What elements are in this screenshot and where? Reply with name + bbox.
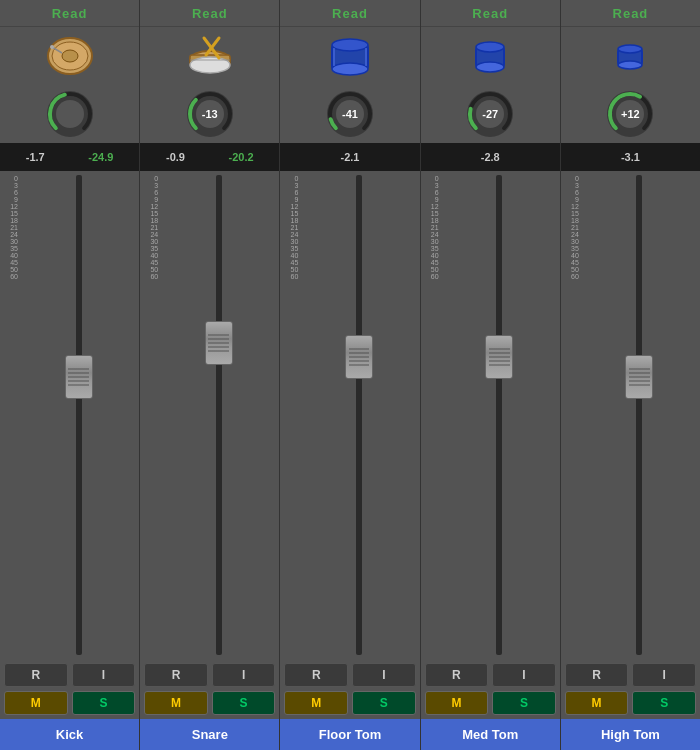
solo-button-high-tom[interactable]: S	[632, 691, 696, 715]
solo-button-med-tom[interactable]: S	[492, 691, 556, 715]
channel-med-tom: Read -27 -2.8 03691215182124303540455060…	[421, 0, 561, 750]
channel-name-med-tom: Med Tom	[421, 719, 560, 750]
r-button-floor-tom[interactable]: R	[284, 663, 348, 687]
svg-point-16	[332, 39, 368, 51]
fader-scale-high-tom: 03691215182124303540455060	[563, 175, 581, 655]
ri-area-snare: R I	[140, 659, 279, 689]
ms-area-high-tom: M S	[561, 689, 700, 719]
level-left-snare: -0.9	[166, 151, 185, 163]
level-left-kick: -1.7	[26, 151, 45, 163]
knob-area-high-tom: +12	[561, 85, 700, 143]
r-button-high-tom[interactable]: R	[565, 663, 629, 687]
fader-track-kick[interactable]	[76, 175, 82, 655]
drum-icon-snare	[140, 27, 279, 85]
fader-track-floor-tom[interactable]	[356, 175, 362, 655]
r-button-snare[interactable]: R	[144, 663, 208, 687]
svg-point-21	[336, 100, 364, 128]
knob-kick[interactable]	[45, 89, 95, 139]
channel-kick: Read -1.7 -24.9 036912151821243035404550…	[0, 0, 140, 750]
svg-point-4	[50, 45, 54, 49]
i-button-kick[interactable]: I	[72, 663, 136, 687]
read-button-med-tom[interactable]: Read	[421, 0, 560, 27]
mute-button-floor-tom[interactable]: M	[284, 691, 348, 715]
fader-area-high-tom: 03691215182124303540455060	[561, 171, 700, 659]
i-button-floor-tom[interactable]: I	[352, 663, 416, 687]
fader-scale-kick: 03691215182124303540455060	[2, 175, 20, 655]
ri-area-floor-tom: R I	[280, 659, 419, 689]
fader-scale-snare: 03691215182124303540455060	[142, 175, 160, 655]
level-display-snare: -0.9 -20.2	[140, 143, 279, 171]
channel-snare: Read -13 -0.9 -20.2 03691215182124303540…	[140, 0, 280, 750]
drum-icon-med-tom	[421, 27, 560, 85]
fader-thumb-med-tom[interactable]	[485, 335, 513, 379]
i-button-med-tom[interactable]: I	[492, 663, 556, 687]
drum-icon-high-tom	[561, 27, 700, 85]
r-button-kick[interactable]: R	[4, 663, 68, 687]
knob-high-tom[interactable]: +12	[605, 89, 655, 139]
solo-button-floor-tom[interactable]: S	[352, 691, 416, 715]
svg-point-14	[196, 100, 224, 128]
ms-area-snare: M S	[140, 689, 279, 719]
svg-point-23	[476, 42, 504, 52]
fader-track-med-tom[interactable]	[496, 175, 502, 655]
level-display-kick: -1.7 -24.9	[0, 143, 139, 171]
ri-area-med-tom: R I	[421, 659, 560, 689]
fader-area-kick: 03691215182124303540455060	[0, 171, 139, 659]
mute-button-med-tom[interactable]: M	[425, 691, 489, 715]
svg-point-2	[62, 50, 78, 62]
mute-button-snare[interactable]: M	[144, 691, 208, 715]
fader-track-wrapper-kick	[20, 175, 137, 655]
mute-button-kick[interactable]: M	[4, 691, 68, 715]
mixer: Read -1.7 -24.9 036912151821243035404550…	[0, 0, 700, 750]
svg-point-9	[190, 57, 230, 73]
drum-icon-kick	[0, 27, 139, 85]
svg-point-26	[476, 100, 504, 128]
knob-area-snare: -13	[140, 85, 279, 143]
read-button-kick[interactable]: Read	[0, 0, 139, 27]
knob-floor-tom[interactable]: -41	[325, 89, 375, 139]
level-right-kick: -24.9	[88, 151, 113, 163]
level-single-high-tom: -3.1	[565, 151, 696, 163]
ms-area-med-tom: M S	[421, 689, 560, 719]
solo-button-snare[interactable]: S	[212, 691, 276, 715]
knob-snare[interactable]: -13	[185, 89, 235, 139]
fader-track-snare[interactable]	[216, 175, 222, 655]
fader-scale-floor-tom: 03691215182124303540455060	[282, 175, 300, 655]
level-display-med-tom: -2.8	[421, 143, 560, 171]
r-button-med-tom[interactable]: R	[425, 663, 489, 687]
fader-thumb-kick[interactable]	[65, 355, 93, 399]
read-button-high-tom[interactable]: Read	[561, 0, 700, 27]
read-button-snare[interactable]: Read	[140, 0, 279, 27]
solo-button-kick[interactable]: S	[72, 691, 136, 715]
level-single-floor-tom: -2.1	[284, 151, 415, 163]
fader-thumb-floor-tom[interactable]	[345, 335, 373, 379]
knob-med-tom[interactable]: -27	[465, 89, 515, 139]
fader-track-wrapper-high-tom	[581, 175, 698, 655]
fader-area-med-tom: 03691215182124303540455060	[421, 171, 560, 659]
read-button-floor-tom[interactable]: Read	[280, 0, 419, 27]
fader-area-snare: 03691215182124303540455060	[140, 171, 279, 659]
knob-area-floor-tom: -41	[280, 85, 419, 143]
channel-name-high-tom: High Tom	[561, 719, 700, 750]
level-single-med-tom: -2.8	[425, 151, 556, 163]
fader-track-high-tom[interactable]	[636, 175, 642, 655]
i-button-high-tom[interactable]: I	[632, 663, 696, 687]
channel-floor-tom: Read -41 -2.1 03691215182124303540455060…	[280, 0, 420, 750]
i-button-snare[interactable]: I	[212, 663, 276, 687]
drum-icon-floor-tom	[280, 27, 419, 85]
fader-scale-med-tom: 03691215182124303540455060	[423, 175, 441, 655]
fader-track-wrapper-med-tom	[441, 175, 558, 655]
knob-area-kick	[0, 85, 139, 143]
ms-area-kick: M S	[0, 689, 139, 719]
svg-point-6	[56, 100, 84, 128]
fader-thumb-snare[interactable]	[205, 321, 233, 365]
level-display-floor-tom: -2.1	[280, 143, 419, 171]
fader-track-wrapper-snare	[160, 175, 277, 655]
mute-button-high-tom[interactable]: M	[565, 691, 629, 715]
fader-thumb-high-tom[interactable]	[625, 355, 653, 399]
channel-name-kick: Kick	[0, 719, 139, 750]
ri-area-high-tom: R I	[561, 659, 700, 689]
svg-point-31	[616, 100, 644, 128]
ms-area-floor-tom: M S	[280, 689, 419, 719]
fader-track-wrapper-floor-tom	[300, 175, 417, 655]
